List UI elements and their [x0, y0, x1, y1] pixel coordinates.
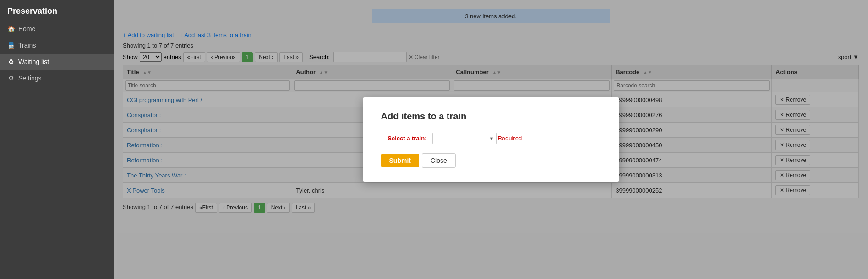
recycle-icon: ♻ [7, 58, 15, 65]
select-wrapper: ▼ Required [432, 133, 522, 144]
train-select[interactable] [432, 133, 497, 144]
required-text: Required [497, 135, 522, 142]
train-icon: 🚆 [7, 42, 15, 49]
modal-dialog: Add items to a train Select a train: ▼ R… [363, 97, 619, 182]
close-button[interactable]: Close [422, 153, 456, 168]
sidebar: Preservation 🏠 Home 🚆 Trains ♻ Waiting l… [0, 0, 114, 279]
sidebar-item-home[interactable]: 🏠 Home [0, 21, 114, 37]
gear-icon: ⚙ [7, 75, 15, 82]
sidebar-nav: 🏠 Home 🚆 Trains ♻ Waiting list ⚙ Setting… [0, 21, 114, 86]
modal-buttons: Submit Close [381, 153, 601, 168]
sidebar-item-settings[interactable]: ⚙ Settings [0, 70, 114, 86]
modal-title: Add items to a train [381, 111, 601, 122]
home-icon: 🏠 [7, 25, 15, 32]
app-title: Preservation [0, 0, 114, 21]
submit-button[interactable]: Submit [381, 154, 419, 167]
sidebar-item-home-label: Home [18, 25, 35, 32]
sidebar-item-waiting-list-label: Waiting list [18, 58, 49, 65]
select-train-label: Select a train: [381, 135, 427, 142]
sidebar-item-settings-label: Settings [18, 75, 42, 82]
sidebar-item-trains[interactable]: 🚆 Trains [0, 37, 114, 54]
main-content: 3 new items added. + Add to waiting list… [114, 0, 868, 279]
modal-overlay: Add items to a train Select a train: ▼ R… [114, 0, 868, 279]
sidebar-item-waiting-list[interactable]: ♻ Waiting list [0, 54, 114, 70]
train-select-row: Select a train: ▼ Required [381, 133, 601, 144]
sidebar-item-trains-label: Trains [18, 42, 36, 49]
